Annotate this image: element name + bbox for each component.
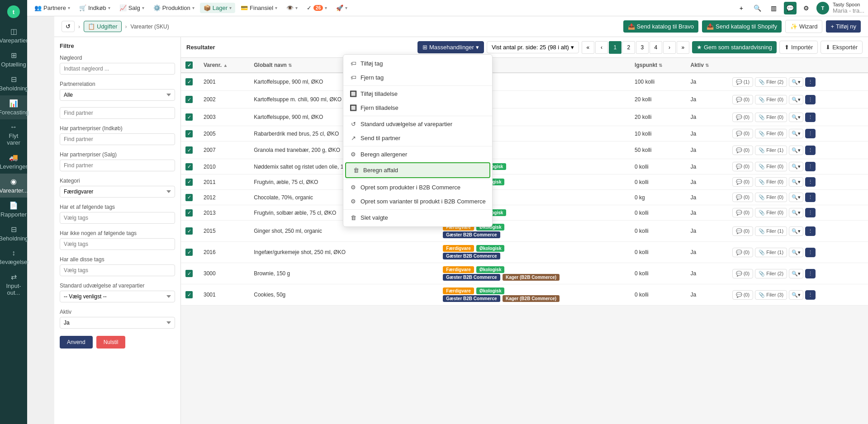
row-checkbox[interactable]: ✓	[181, 221, 199, 242]
page-next[interactable]: ›	[663, 41, 676, 54]
comment-button[interactable]: 💬 (0)	[732, 95, 754, 104]
sidebar-item-beholdning2[interactable]: ⊟ Beholdning	[0, 221, 27, 245]
menu-opret-varianter[interactable]: ⚙ Opret som varianter til produkt i B2B …	[343, 194, 492, 208]
row-checkbox[interactable]: ✓	[181, 73, 199, 91]
page-4[interactable]: 4	[650, 41, 662, 54]
nav-lager[interactable]: 📦 Lager ▾	[200, 3, 235, 13]
partnerrelation-select[interactable]: Alle	[60, 89, 175, 101]
apply-button[interactable]: Anvend	[60, 336, 93, 349]
nav-extra[interactable]: 🚀 ▾	[332, 3, 351, 13]
comment-button[interactable]: 💬 (0)	[732, 113, 754, 122]
files-button[interactable]: 📎 Filer (2)	[755, 269, 787, 278]
row-checkbox[interactable]: ✓	[181, 205, 199, 221]
row-checkbox[interactable]: ✓	[181, 242, 199, 263]
comment-button[interactable]: 💬 (1)	[732, 77, 754, 87]
comment-button[interactable]: 💬 (0)	[732, 146, 754, 155]
more-button[interactable]: ⋮	[805, 146, 816, 155]
eksporter-button[interactable]: ⬇ Eksportér	[821, 41, 863, 54]
search-row-button[interactable]: 🔍▾	[789, 248, 803, 257]
sidebar-item-rapporter[interactable]: 📄 Rapporter	[0, 198, 27, 221]
more-button[interactable]: ⋮	[805, 113, 816, 122]
menu-slet-valgte[interactable]: 🗑 Slet valgte	[343, 211, 492, 225]
menu-beregn-affald[interactable]: 🗑 Beregn affald	[345, 162, 490, 178]
send-bravo-button[interactable]: 📤 Send katalog til Bravo	[623, 20, 698, 33]
massehandlinger-button[interactable]: ⊞ Massehandlinger ▾	[417, 41, 484, 53]
files-button[interactable]: 📎 Filer (1)	[755, 248, 787, 257]
comment-button[interactable]: 💬 (0)	[732, 162, 754, 171]
more-button[interactable]: ⋮	[805, 77, 816, 87]
search-row-button[interactable]: 🔍▾	[789, 208, 803, 217]
sidebar-item-beholdning[interactable]: ⊟ Beholdning	[0, 71, 27, 95]
comment-button[interactable]: 💬 (0)	[732, 290, 754, 300]
more-button[interactable]: ⋮	[805, 208, 816, 217]
menu-fjern-tilladelse[interactable]: 🔲 Fjern tilladelse	[343, 101, 492, 115]
row-checkbox[interactable]: ✓	[181, 141, 199, 159]
sidebar-item-varepartier[interactable]: ◫ Varepartier	[0, 24, 27, 47]
search-row-button[interactable]: 🔍▾	[789, 146, 803, 155]
aktiv-select[interactable]: Ja Nej	[60, 317, 175, 329]
comment-button[interactable]: 💬 (0)	[732, 226, 754, 236]
more-button[interactable]: ⋮	[805, 95, 816, 104]
menu-standard-udvaelgelse[interactable]: ↺ Standard udvælgelse af varepartier	[343, 117, 492, 131]
barcode-icon[interactable]: ▥	[768, 2, 780, 14]
files-button[interactable]: 📎 Filer (0)	[755, 129, 787, 138]
nav-reports[interactable]: 👁️ ▾	[283, 3, 301, 13]
row-checkbox[interactable]: ✓	[181, 190, 199, 205]
files-button[interactable]: 📎 Filer (0)	[755, 177, 787, 187]
nav-indkob[interactable]: 🛒 Indkøb ▾	[76, 3, 114, 13]
add-icon[interactable]: +	[735, 2, 748, 14]
nav-tasks[interactable]: ✓ 26 ▾	[303, 3, 331, 13]
search-row-button[interactable]: 🔍▾	[789, 95, 803, 104]
back-button[interactable]: ↺	[62, 21, 75, 32]
search-icon[interactable]: 🔍	[751, 2, 764, 14]
more-button[interactable]: ⋮	[805, 269, 816, 278]
importor-button[interactable]: ⬆ Importér	[779, 41, 818, 54]
search-row-button[interactable]: 🔍▾	[789, 193, 803, 202]
reset-button[interactable]: Nulstil	[96, 336, 126, 349]
har-tags-input[interactable]	[60, 212, 175, 224]
wizard-button[interactable]: ✨ Wizard	[785, 20, 822, 33]
files-button[interactable]: 📎 Filer (0)	[755, 193, 787, 202]
search-row-button[interactable]: 🔍▾	[789, 113, 803, 122]
ingen-tags-input[interactable]	[60, 238, 175, 250]
comment-button[interactable]: 💬 (0)	[732, 177, 754, 187]
user-avatar[interactable]: T	[816, 2, 829, 14]
files-button[interactable]: 📎 Filer (0)	[755, 208, 787, 217]
standard-select[interactable]: -- Vælg venligst --	[60, 291, 175, 302]
more-button[interactable]: ⋮	[805, 177, 816, 187]
menu-tilfor-tilladelse[interactable]: 🔲 Tilføj tilladelse	[343, 87, 492, 101]
sidebar-item-varearter[interactable]: ◉ Varearter...	[0, 174, 27, 198]
search-row-button[interactable]: 🔍▾	[789, 162, 803, 171]
comment-button[interactable]: 💬 (0)	[732, 129, 754, 138]
search-row-button[interactable]: 🔍▾	[789, 290, 803, 300]
sidebar-item-forecasting[interactable]: 📊 Forecasting	[0, 95, 27, 119]
page-3[interactable]: 3	[636, 41, 649, 54]
search-row-button[interactable]: 🔍▾	[789, 177, 803, 187]
more-button[interactable]: ⋮	[805, 162, 816, 171]
alle-tags-input[interactable]	[60, 264, 175, 276]
files-button[interactable]: 📎 Filer (0)	[755, 113, 787, 122]
nav-produktion[interactable]: ⚙️ Produktion ▾	[150, 3, 198, 13]
col-aktiv[interactable]: Aktiv ⇅	[686, 58, 728, 73]
vist-antal-button[interactable]: Vist antal pr. side: 25 (98 i alt) ▾	[487, 41, 579, 53]
chat-icon[interactable]: 💬	[784, 2, 797, 14]
search-row-button[interactable]: 🔍▾	[789, 226, 803, 236]
sidebar-item-input[interactable]: ⇄ Input-out...	[0, 269, 27, 300]
page-2[interactable]: 2	[622, 41, 635, 54]
row-checkbox[interactable]: ✓	[181, 126, 199, 141]
select-all-checkbox[interactable]: ✓	[185, 61, 193, 69]
gem-standard-button[interactable]: ★ Gem som standardvisning	[692, 41, 777, 53]
menu-tilfor-tag[interactable]: 🏷 Tilføj tag	[343, 57, 492, 71]
partnerpriser-indkob-input[interactable]	[60, 133, 175, 145]
menu-fjern-tag[interactable]: 🏷 Fjern tag	[343, 71, 492, 85]
page-prev[interactable]: ‹	[595, 41, 608, 54]
nav-partnere[interactable]: 👥 Partnere ▾	[31, 3, 74, 13]
send-shopify-button[interactable]: 📤 Send katalog til Shopify	[702, 20, 782, 33]
sidebar-item-optaelling[interactable]: ⊞ Optælling	[0, 47, 27, 71]
search-row-button[interactable]: 🔍▾	[789, 269, 803, 278]
files-button[interactable]: 📎 Filer (0)	[755, 162, 787, 171]
comment-button[interactable]: 💬 (0)	[732, 248, 754, 257]
col-varenr[interactable]: Varenr. ▲	[199, 58, 249, 73]
row-checkbox[interactable]: ✓	[181, 91, 199, 108]
search-row-button[interactable]: 🔍▾	[789, 129, 803, 138]
